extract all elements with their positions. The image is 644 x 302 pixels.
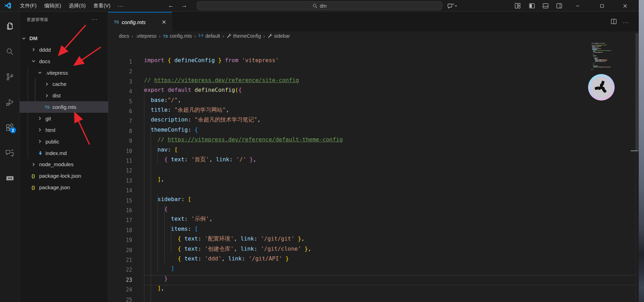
line-number: 24 [108, 285, 132, 295]
ts-file-icon: TS [45, 101, 50, 113]
line-number: 18 [108, 226, 132, 235]
tree-item-docs[interactable]: docs [20, 56, 108, 67]
indent-guide [151, 124, 151, 302]
sidebar-item-extensions[interactable]: 2 [0, 119, 20, 137]
current-line-border [144, 285, 635, 285]
sidebar-item-search[interactable] [0, 43, 20, 61]
maximize-window-button[interactable] [594, 0, 610, 12]
tree-item-html[interactable]: html [20, 124, 108, 136]
chevron-down-icon [21, 32, 27, 44]
explorer-more-actions-icon[interactable]: ··· [90, 15, 99, 23]
code-line-21: { text: 'ddd', link: '/git/API' } [144, 255, 289, 265]
tree-item-label: .vitepress [45, 67, 68, 79]
sidebar-item-run-and-debug[interactable] [0, 93, 20, 111]
code-line-6: title: "余超凡的学习网站", [144, 106, 229, 116]
code-line-11: { text: '首页', link: '/' }, [144, 156, 256, 166]
line-number: 15 [108, 196, 132, 206]
code-line-9: // https://vitepress.dev/reference/defau… [144, 136, 343, 146]
tree-item-package.json[interactable]: {}package.json [20, 182, 108, 193]
copilot-chat-icon[interactable] [445, 0, 459, 12]
chevron-right-icon [31, 44, 36, 56]
tree-item-label: git [45, 113, 51, 124]
tree-item-git[interactable]: git [20, 113, 108, 124]
line-number: 2 [108, 67, 132, 76]
sidebar-item-chat[interactable] [0, 144, 20, 162]
line-number: 5 [108, 97, 132, 106]
sidebar-item-remote-card[interactable] [0, 169, 20, 187]
tree-item-index.md[interactable]: index.md [20, 147, 108, 159]
sidebar-item-source-control[interactable] [0, 68, 20, 86]
code-line-15: sidebar: [ [144, 196, 191, 206]
ai-assistant-badge[interactable] [588, 74, 615, 101]
indent-guide [157, 144, 158, 164]
toggle-primary-sidebar-icon[interactable] [528, 0, 536, 12]
toggle-panel-icon[interactable] [541, 0, 550, 12]
chevron-right-icon [44, 90, 50, 101]
code-line-17: text: '示例', [144, 215, 213, 225]
tree-item-label: config.mts [52, 101, 76, 113]
menu-文件(F)[interactable]: 文件(F) [16, 0, 41, 12]
line-number: 23 [108, 275, 132, 285]
explorer-title: 资源管理器 [27, 17, 48, 23]
chevron-down-icon [37, 67, 43, 79]
tree-item-label: package-lock.json [39, 170, 81, 182]
line-number: 25 [108, 295, 132, 302]
minimize-window-button[interactable] [570, 0, 586, 12]
tree-item-label: cache [52, 78, 66, 90]
sidebar-item-explorer[interactable] [0, 17, 20, 35]
toggle-secondary-sidebar-icon[interactable] [555, 0, 563, 12]
tree-item-node_modules[interactable]: node_modules [20, 159, 108, 170]
tree-item-DM[interactable]: DM [20, 32, 108, 44]
indent-guide [144, 85, 144, 302]
explorer-tree: DMdddddocs.vitepresscachedistTSconfig.mt… [20, 32, 108, 301]
menu-items: 文件(F)编辑(E)选择(S)查看(V) [16, 0, 114, 12]
ai-assistant-logo-icon [591, 76, 612, 98]
navigate-forward-icon[interactable]: → [179, 0, 189, 12]
close-window-button[interactable] [617, 0, 633, 12]
tree-item-dist[interactable]: dist [20, 90, 108, 101]
extensions-badge: 2 [10, 127, 16, 133]
editor-group: TS config.mts ✕ ··· docs›.vitepress›TSco… [108, 12, 639, 302]
navigate-back-icon[interactable]: ← [166, 0, 176, 12]
code-line-10: nav: [ [144, 146, 178, 156]
indent-guide [171, 224, 171, 253]
tree-item-label: dist [52, 90, 60, 101]
line-number: 11 [108, 156, 132, 166]
tree-item-public[interactable]: public [20, 136, 108, 147]
line-number: 8 [108, 126, 132, 136]
tree-item-.vitepress[interactable]: .vitepress [20, 67, 108, 79]
line-number: 21 [108, 255, 132, 265]
menu-查看(V)[interactable]: 查看(V) [90, 0, 114, 12]
command-center-search[interactable]: dm [197, 1, 442, 10]
code-line-3: // https://vitepress.dev/reference/site-… [144, 77, 299, 87]
code-line-8: themeConfig: { [144, 126, 198, 136]
code-line-7: description: "余超凡的技术学习笔记", [144, 116, 260, 126]
tree-item-package-lock.json[interactable]: {}package-lock.json [20, 170, 108, 182]
search-icon [313, 3, 317, 8]
menu-选择(S)[interactable]: 选择(S) [65, 0, 90, 12]
line-number: 3 [108, 77, 132, 87]
line-number: 20 [108, 245, 132, 255]
tree-item-config.mts[interactable]: TSconfig.mts [20, 101, 108, 113]
line-number: 19 [108, 235, 132, 245]
minimap-line [592, 69, 634, 70]
title-bar: 文件(F)编辑(E)选择(S)查看(V) ··· ← → dm [0, 0, 639, 12]
line-number: 12 [108, 166, 132, 176]
menu-overflow-icon[interactable]: ··· [114, 3, 128, 9]
vscode-window: 文件(F)编辑(E)选择(S)查看(V) ··· ← → dm [0, 0, 644, 302]
code-line-19: { text: '配置环境', link: '/git/git' }, [144, 235, 305, 245]
md-file-icon [38, 147, 43, 159]
customize-layout-icon[interactable] [513, 0, 522, 12]
line-number: 7 [108, 116, 132, 126]
tree-item-cache[interactable]: cache [20, 78, 108, 90]
tree-item-dddd[interactable]: dddd [20, 44, 108, 56]
vscode-logo-icon[interactable] [4, 2, 12, 11]
scrollbar-thumb[interactable] [636, 33, 639, 151]
desktop-wallpaper-strip [639, 0, 644, 302]
code-editor[interactable]: 1234567891011121314151617181920212223242… [108, 12, 639, 302]
line-number: 13 [108, 176, 132, 186]
chevron-down-icon [31, 56, 36, 67]
menu-bar: 文件(F)编辑(E)选择(S)查看(V) ··· [16, 0, 128, 12]
menu-编辑(E)[interactable]: 编辑(E) [41, 0, 65, 12]
code-line-22: ] [144, 265, 174, 275]
